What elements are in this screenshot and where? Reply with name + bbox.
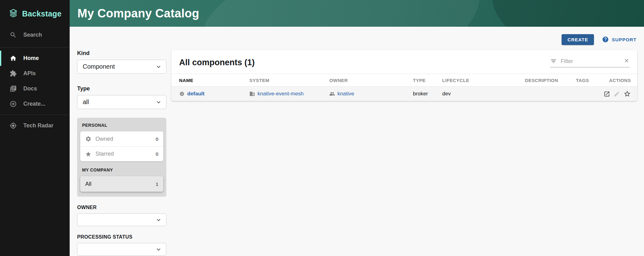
column-header-lifecycle[interactable]: LIFECYCLE — [442, 78, 525, 83]
column-header-system[interactable]: SYSTEM — [249, 78, 329, 83]
processing-status-select[interactable] — [77, 243, 166, 256]
all-filter-item[interactable]: All 1 — [80, 176, 163, 192]
type-cell: broker — [413, 91, 442, 97]
main-area: My Company Catalog CREATE SUPPORT Kind C… — [70, 0, 644, 256]
home-icon — [10, 55, 17, 62]
group-icon — [329, 91, 335, 97]
column-header-tags[interactable]: TAGS — [576, 78, 604, 83]
chevron-down-icon — [155, 246, 162, 253]
clear-filter-button[interactable] — [623, 57, 630, 65]
sidebar-item-create[interactable]: Create... — [0, 96, 70, 112]
gear-icon — [85, 136, 91, 142]
company-section-title: MY COMPANY — [82, 167, 161, 172]
sidebar-item-label: Tech Radar — [23, 122, 53, 129]
kind-filter-label: Kind — [77, 50, 166, 57]
close-icon — [623, 57, 630, 64]
filter-list-icon — [550, 58, 557, 65]
backstage-app: Backstage Search Home APIs Docs Create..… — [0, 0, 644, 256]
personal-picker-card: Owned 0 Starred 0 — [80, 131, 163, 161]
system-link[interactable]: knative-event-mesh — [257, 91, 303, 97]
table-title: All components (1) — [179, 58, 255, 67]
kind-select[interactable]: Component — [77, 60, 166, 74]
chip-icon — [179, 91, 185, 97]
filter-column: Kind Component Type all PERSONAL — [77, 46, 166, 256]
kind-select-value: Component — [83, 63, 115, 70]
sidebar-divider — [0, 115, 70, 115]
all-filter-count: 1 — [156, 181, 158, 187]
plus-circle-icon — [10, 100, 17, 107]
table-filter-field — [550, 57, 630, 67]
search-icon — [10, 31, 17, 39]
all-filter-label: All — [85, 181, 152, 187]
entity-name-link[interactable]: default — [187, 91, 205, 97]
owned-filter-count: 0 — [156, 136, 158, 142]
owned-filter-label: Owned — [95, 136, 152, 142]
star-outline-icon — [623, 90, 631, 98]
toolbar: CREATE SUPPORT — [70, 27, 644, 44]
processing-status-filter-label: PROCESSING STATUS — [77, 234, 166, 240]
owner-select[interactable] — [77, 213, 166, 226]
table-header-bar: All components (1) — [171, 50, 637, 74]
sidebar-item-label: Home — [23, 55, 39, 62]
company-picker-card: All 1 — [80, 176, 163, 192]
chevron-down-icon — [155, 99, 162, 105]
support-button[interactable]: SUPPORT — [602, 36, 637, 43]
building-icon — [249, 91, 255, 97]
sidebar-item-label: Create... — [23, 101, 45, 107]
column-header-actions: ACTIONS — [604, 78, 637, 83]
backstage-logo-icon — [8, 8, 19, 19]
column-header-name[interactable]: NAME — [171, 78, 249, 83]
puzzle-icon — [10, 70, 17, 77]
sidebar-item-home[interactable]: Home — [0, 51, 70, 66]
sidebar-logo[interactable]: Backstage — [0, 0, 70, 27]
chevron-down-icon — [155, 217, 162, 223]
starred-filter-label: Starred — [95, 151, 152, 157]
actions-cell — [604, 90, 637, 98]
docs-icon — [10, 85, 17, 92]
components-table-card: All components (1) NAME SYSTEM OWNER — [171, 50, 637, 101]
table-row: default knative-event-mesh knative broke… — [171, 87, 637, 101]
chevron-down-icon — [155, 64, 162, 70]
lifecycle-cell: dev — [442, 91, 525, 97]
table-column-headers: NAME SYSTEM OWNER TYPE LIFECYCLE DESCRIP… — [171, 74, 637, 87]
type-select[interactable]: all — [77, 95, 166, 109]
table-filter-input[interactable] — [560, 58, 620, 65]
sidebar-item-label: APIs — [23, 70, 36, 77]
type-select-value: all — [83, 98, 89, 106]
sidebar: Backstage Search Home APIs Docs Create..… — [0, 0, 70, 256]
edit-icon — [614, 91, 620, 97]
column-header-owner[interactable]: OWNER — [329, 78, 413, 83]
content: CREATE SUPPORT Kind Component Type a — [70, 27, 644, 256]
star-button[interactable] — [623, 90, 631, 98]
support-label: SUPPORT — [612, 37, 637, 42]
open-in-new-icon — [604, 91, 610, 97]
create-button[interactable]: CREATE — [562, 34, 594, 45]
view-button[interactable] — [604, 91, 610, 97]
column-header-description[interactable]: DESCRIPTION — [525, 78, 576, 83]
help-icon — [602, 36, 609, 43]
entity-owner-picker: PERSONAL Owned 0 Starred 0 — [77, 118, 166, 197]
page-title: My Company Catalog — [70, 0, 644, 27]
owned-filter-item[interactable]: Owned 0 — [80, 131, 163, 146]
brand-name: Backstage — [22, 9, 62, 18]
owner-filter-label: OWNER — [77, 205, 166, 210]
sidebar-item-apis[interactable]: APIs — [0, 66, 70, 81]
starred-filter-item[interactable]: Starred 0 — [80, 146, 163, 161]
starred-filter-count: 0 — [156, 151, 158, 157]
page-header: My Company Catalog — [70, 0, 644, 27]
star-icon — [85, 151, 91, 157]
sidebar-item-search[interactable]: Search — [0, 27, 70, 43]
catalog-body: Kind Component Type all PERSONAL — [70, 44, 644, 256]
edit-button[interactable] — [614, 91, 620, 97]
personal-section-title: PERSONAL — [82, 123, 161, 128]
type-filter-label: Type — [77, 85, 166, 92]
sidebar-divider — [0, 47, 70, 48]
sidebar-item-tech-radar[interactable]: Tech Radar — [0, 118, 70, 133]
column-header-type[interactable]: TYPE — [413, 78, 442, 83]
target-icon — [10, 122, 17, 129]
owner-link[interactable]: knative — [337, 91, 354, 97]
sidebar-item-label: Docs — [23, 85, 37, 92]
sidebar-item-docs[interactable]: Docs — [0, 81, 70, 96]
sidebar-item-label: Search — [23, 32, 42, 38]
